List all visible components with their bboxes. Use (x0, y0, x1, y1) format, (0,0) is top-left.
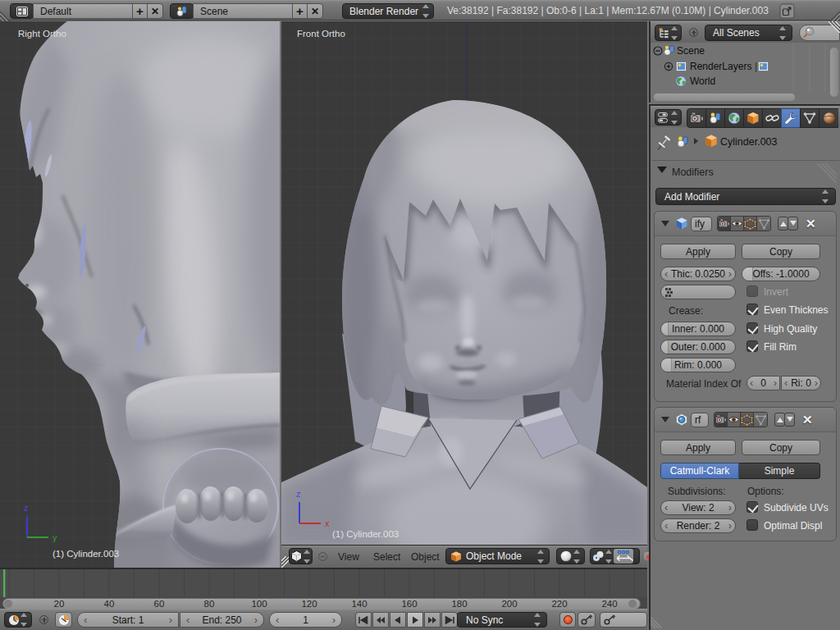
svg-text:(1) Cylinder.003: (1) Cylinder.003 (52, 549, 119, 559)
svg-text:60: 60 (154, 599, 165, 609)
svg-text:160: 160 (401, 599, 417, 609)
svg-text:40: 40 (104, 599, 115, 609)
svg-text:180: 180 (451, 599, 467, 609)
svg-text:Right Ortho: Right Ortho (18, 29, 66, 39)
svg-text:220: 220 (551, 599, 567, 609)
svg-text:Cylinder.003: Cylinder.003 (720, 136, 778, 148)
svg-text:100: 100 (251, 599, 267, 609)
svg-text:x: x (325, 518, 330, 528)
svg-text:120: 120 (301, 599, 317, 609)
svg-text:140: 140 (351, 599, 367, 609)
svg-text:240: 240 (601, 599, 617, 609)
svg-text:80: 80 (204, 599, 215, 609)
svg-text:z: z (24, 503, 29, 513)
svg-text:(1) Cylinder.003: (1) Cylinder.003 (332, 529, 399, 539)
svg-text:RenderLayers: RenderLayers (690, 61, 751, 72)
svg-text:200: 200 (501, 599, 517, 609)
svg-text:20: 20 (54, 599, 65, 609)
svg-text:z: z (296, 489, 301, 499)
svg-text:y: y (52, 532, 57, 542)
svg-text:Scene: Scene (677, 45, 705, 57)
svg-text:|: | (755, 61, 757, 72)
svg-text:World: World (690, 75, 715, 87)
svg-text:Front Ortho: Front Ortho (297, 29, 345, 39)
